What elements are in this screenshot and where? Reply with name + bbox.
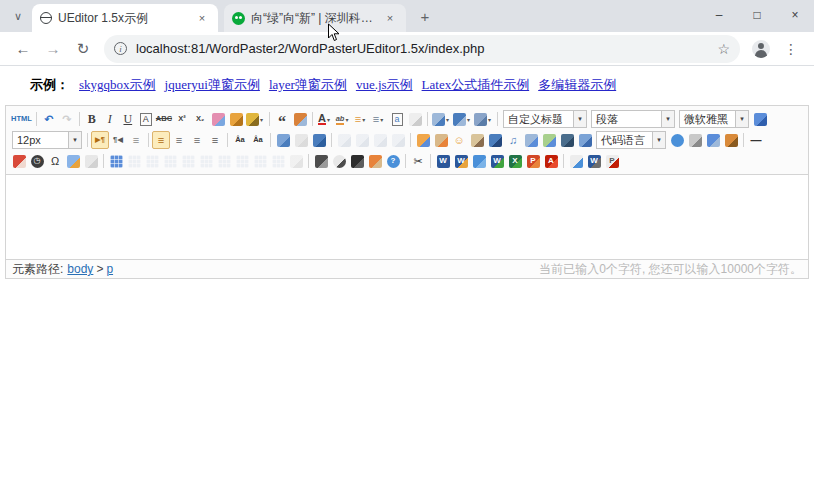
print-area-button[interactable] <box>82 152 100 170</box>
fullscreen-button[interactable] <box>751 110 769 128</box>
link-button[interactable] <box>274 131 292 149</box>
element-path-p-link[interactable]: p <box>106 262 113 276</box>
unordered-list-button[interactable]: ≡▾ <box>370 110 388 128</box>
back-color-button[interactable]: ab▾ <box>334 110 352 128</box>
demo-link[interactable]: jqueryui弹窗示例 <box>165 77 260 92</box>
word-export-button[interactable]: W <box>585 152 603 170</box>
import-excel-button[interactable]: X <box>506 152 524 170</box>
demo-link[interactable]: vue.js示例 <box>356 77 413 92</box>
table-sort-button[interactable] <box>287 152 305 170</box>
demo-link[interactable]: Latex公式插件示例 <box>422 77 530 92</box>
close-button[interactable]: × <box>776 0 814 30</box>
baidu-app-button[interactable] <box>668 131 686 149</box>
import-word-button[interactable]: W <box>488 152 506 170</box>
url-text[interactable]: localhost:81/WordPaster2/WordPasterUEdit… <box>136 41 717 56</box>
demo-link[interactable]: layer弹窗示例 <box>269 77 347 92</box>
align-left-button[interactable]: ≡ <box>152 131 170 149</box>
element-path-body-link[interactable]: body <box>67 262 93 276</box>
image-float-right-button[interactable] <box>371 131 389 149</box>
tab-close-icon[interactable]: × <box>382 10 398 26</box>
delete-table-button[interactable] <box>125 152 143 170</box>
blockquote-button[interactable]: “ <box>273 110 291 128</box>
editor-content-area[interactable] <box>6 175 808 259</box>
insert-image-button[interactable] <box>414 131 432 149</box>
insert-col-button[interactable] <box>233 152 251 170</box>
search-replace-button[interactable] <box>348 152 366 170</box>
iframe-button[interactable] <box>576 131 594 149</box>
insert-table-button[interactable] <box>107 152 125 170</box>
pagebreak-button[interactable] <box>686 131 704 149</box>
underline-button[interactable]: U <box>119 110 137 128</box>
ordered-list-button[interactable]: ≡▾ <box>352 110 370 128</box>
image-inline-button[interactable] <box>353 131 371 149</box>
uppercase-button[interactable]: Âa <box>231 131 249 149</box>
new-tab-button[interactable]: + <box>412 3 438 29</box>
anchor-button[interactable] <box>310 131 328 149</box>
tab-search-button[interactable]: ∨ <box>6 4 30 28</box>
browser-menu-icon[interactable]: ⋮ <box>778 36 804 62</box>
italic-button[interactable]: I <box>101 110 119 128</box>
image-float-left-button[interactable] <box>335 131 353 149</box>
import-ppt-button[interactable]: P <box>524 152 542 170</box>
para-before-space-button[interactable]: ▾ <box>431 110 452 128</box>
lowercase-button[interactable]: Âa <box>249 131 267 149</box>
date-button[interactable] <box>10 152 28 170</box>
snapscreen-button[interactable] <box>722 131 740 149</box>
indent-button[interactable]: ≡ <box>127 131 145 149</box>
bold-button[interactable]: B <box>83 110 101 128</box>
align-right-button[interactable]: ≡ <box>188 131 206 149</box>
profile-avatar[interactable] <box>752 40 770 58</box>
image-note-button[interactable] <box>64 152 82 170</box>
split-cell-button[interactable] <box>179 152 197 170</box>
music-button[interactable]: ♫ <box>504 131 522 149</box>
word-paste-button[interactable]: W <box>434 152 452 170</box>
back-icon[interactable]: ← <box>10 36 36 62</box>
clear-doc-button[interactable] <box>406 110 424 128</box>
line-height-button[interactable]: ▾ <box>473 110 494 128</box>
word-image-paste-button[interactable]: W <box>452 152 470 170</box>
special-chars-button[interactable]: Ω <box>46 152 64 170</box>
preview-button[interactable] <box>330 152 348 170</box>
tab-ueditor[interactable]: UEditor 1.5x示例 × <box>32 4 218 32</box>
time-button[interactable]: ◷ <box>28 152 46 170</box>
para-after-space-button[interactable]: ▾ <box>452 110 473 128</box>
forward-icon[interactable]: → <box>40 36 66 62</box>
demo-link[interactable]: 多编辑器示例 <box>538 77 616 92</box>
delete-row-button[interactable] <box>215 152 233 170</box>
paragraph-select[interactable]: 段落▾ <box>591 110 675 128</box>
remove-format-button[interactable] <box>209 110 227 128</box>
redo-button[interactable]: ↷ <box>58 110 76 128</box>
font-size-select[interactable]: 12px▾ <box>12 131 82 149</box>
merge-cells-button[interactable] <box>161 152 179 170</box>
code-language-select[interactable]: 代码语言▾ <box>596 131 666 149</box>
image-center-button[interactable] <box>389 131 407 149</box>
doc-convert-button[interactable] <box>567 152 585 170</box>
emotion-button[interactable]: ☺ <box>450 131 468 149</box>
strikethrough-button[interactable]: ABC <box>155 110 173 128</box>
site-info-icon[interactable]: i <box>114 42 127 55</box>
reload-icon[interactable]: ↻ <box>70 36 96 62</box>
demo-link[interactable]: skygqbox示例 <box>79 77 156 92</box>
attachment-button[interactable] <box>522 131 540 149</box>
insert-row-button[interactable] <box>197 152 215 170</box>
table-title-button[interactable] <box>143 152 161 170</box>
paste-plain-button[interactable] <box>291 110 309 128</box>
superscript-button[interactable]: X² <box>173 110 191 128</box>
dir-ltr-button[interactable]: ▶¶ <box>91 131 109 149</box>
heading-select[interactable]: 自定义标题▾ <box>503 110 587 128</box>
tab-close-icon[interactable]: × <box>194 10 210 26</box>
album-button[interactable] <box>432 131 450 149</box>
minimize-button[interactable]: – <box>700 0 738 30</box>
print-button[interactable] <box>312 152 330 170</box>
video-button[interactable] <box>486 131 504 149</box>
unlink-button[interactable] <box>292 131 310 149</box>
delete-col-button[interactable] <box>251 152 269 170</box>
gmap-button[interactable] <box>558 131 576 149</box>
dir-rtl-button[interactable]: ¶◀ <box>109 131 127 149</box>
source-button[interactable]: HTML <box>10 110 33 128</box>
clipboard-button[interactable] <box>366 152 384 170</box>
help-button[interactable]: ? <box>384 152 402 170</box>
screenshot-button[interactable] <box>470 152 488 170</box>
map-button[interactable] <box>540 131 558 149</box>
align-center-button[interactable]: ≡ <box>170 131 188 149</box>
